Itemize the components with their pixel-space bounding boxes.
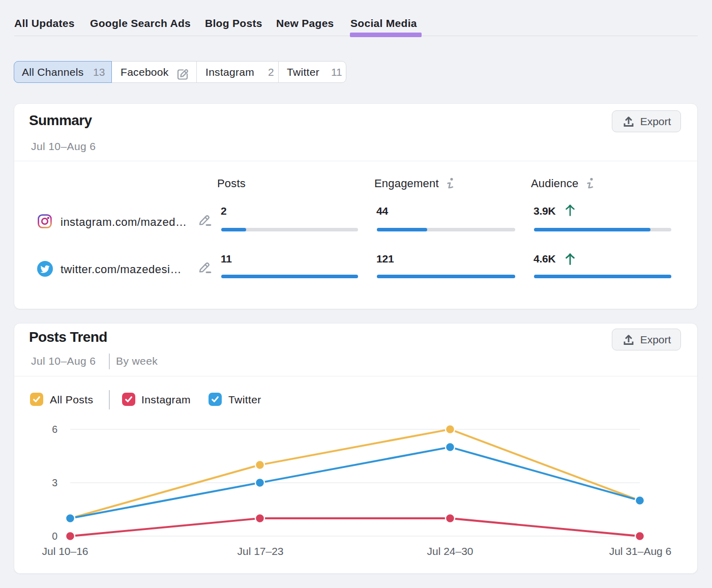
svg-text:Jul 31–Aug 6: Jul 31–Aug 6 [609,545,672,557]
svg-text:0: 0 [52,531,57,542]
svg-text:Jul 10–16: Jul 10–16 [42,545,88,557]
svg-text:6: 6 [52,424,57,435]
svg-text:Jul 24–30: Jul 24–30 [427,545,473,557]
svg-text:3: 3 [52,477,57,488]
svg-text:Jul 17–23: Jul 17–23 [237,545,283,557]
